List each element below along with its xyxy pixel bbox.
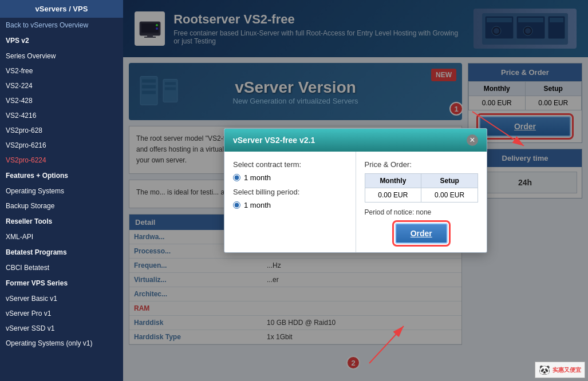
sidebar-item-cbci-betatest[interactable]: CBCI Betatest — [0, 260, 123, 275]
contract-term-label: Select contract term: — [233, 160, 347, 169]
sidebar-item-vs2-4216[interactable]: VS2-4216 — [0, 108, 123, 123]
sidebar-item-vs2pro-6224[interactable]: VS2pro-6224 — [0, 153, 123, 168]
sidebar-item-features-options: Features + Options — [0, 168, 123, 184]
sidebar-item-xml-api[interactable]: XML-API — [0, 229, 123, 244]
sidebar-item-vs2pro-628[interactable]: VS2pro-628 — [0, 123, 123, 138]
watermark: 🐼 实惠又便宜 — [535, 362, 585, 378]
sidebar-item-betatest-programs: Betatest Programs — [0, 244, 123, 260]
sidebar-item-operating-systems-v1[interactable]: Operating Systems (only v1) — [0, 336, 123, 351]
sidebar-item-operating-systems[interactable]: Operating Systems — [0, 184, 123, 199]
sidebar-item-backup-storage[interactable]: Backup Storage — [0, 199, 123, 213]
sidebar: vServers / VPS Back to vServers Overview… — [0, 0, 123, 381]
sidebar-item-vs2-224[interactable]: VS2-224 — [0, 78, 123, 93]
billing-radio-input[interactable] — [233, 201, 240, 209]
modal-right-panel: Price & Order: Monthly Setup 0.00 EUR 0.… — [356, 152, 487, 252]
sidebar-item-vs2pro-6216[interactable]: VS2pro-6216 — [0, 138, 123, 153]
contract-term-radio[interactable]: 1 month — [233, 173, 347, 182]
main-content: Rootserver VS2-free Free container based… — [123, 0, 588, 381]
sidebar-item-vs2-free[interactable]: VS2-free — [0, 64, 123, 78]
sidebar-item-vserver-pro[interactable]: vServer Pro v1 — [0, 306, 123, 321]
modal-left-panel: Select contract term: 1 month Select bil… — [224, 152, 356, 252]
modal-overlay[interactable]: vServer VS2-free v2.1 × Select contract … — [123, 0, 588, 381]
modal-price-table: Monthly Setup 0.00 EUR 0.00 EUR — [365, 173, 479, 203]
modal-price-label: Price & Order: — [365, 160, 479, 169]
modal-dialog: vServer VS2-free v2.1 × Select contract … — [224, 128, 487, 253]
sidebar-item-vserver-basic[interactable]: vServer Basic v1 — [0, 291, 123, 306]
modal-body: Select contract term: 1 month Select bil… — [224, 152, 487, 252]
notice-text: Period of notice: none — [365, 208, 479, 216]
modal-header: vServer VS2-free v2.1 × — [224, 129, 487, 152]
modal-close-button[interactable]: × — [467, 134, 478, 146]
billing-period-radio[interactable]: 1 month — [233, 201, 347, 209]
modal-title: vServer VS2-free v2.1 — [233, 136, 315, 145]
contract-radio-input[interactable] — [233, 174, 240, 181]
billing-period-label: Select billing period: — [233, 188, 347, 196]
contract-term-value: 1 month — [244, 173, 271, 182]
modal-monthly-value: 0.00 EUR — [365, 188, 421, 203]
sidebar-item-vps-v2: VPS v2 — [0, 33, 123, 49]
sidebar-item-vserver-ssd[interactable]: vServer SSD v1 — [0, 321, 123, 336]
billing-period-value: 1 month — [244, 201, 271, 209]
modal-order-button[interactable]: Order — [395, 223, 448, 244]
modal-setup-header: Setup — [421, 174, 478, 188]
sidebar-item-vs2-428[interactable]: VS2-428 — [0, 93, 123, 108]
modal-setup-value: 0.00 EUR — [421, 188, 478, 203]
sidebar-item-reseller-tools: Reseller Tools — [0, 213, 123, 229]
sidebar-item-back[interactable]: Back to vServers Overview — [0, 18, 123, 33]
sidebar-item-former-vps-series: Former VPS Series — [0, 275, 123, 291]
sidebar-title: vServers / VPS — [0, 0, 123, 18]
watermark-text: 实惠又便宜 — [553, 366, 581, 374]
sidebar-item-series-overview[interactable]: Series Overview — [0, 49, 123, 64]
modal-monthly-header: Monthly — [365, 174, 421, 188]
